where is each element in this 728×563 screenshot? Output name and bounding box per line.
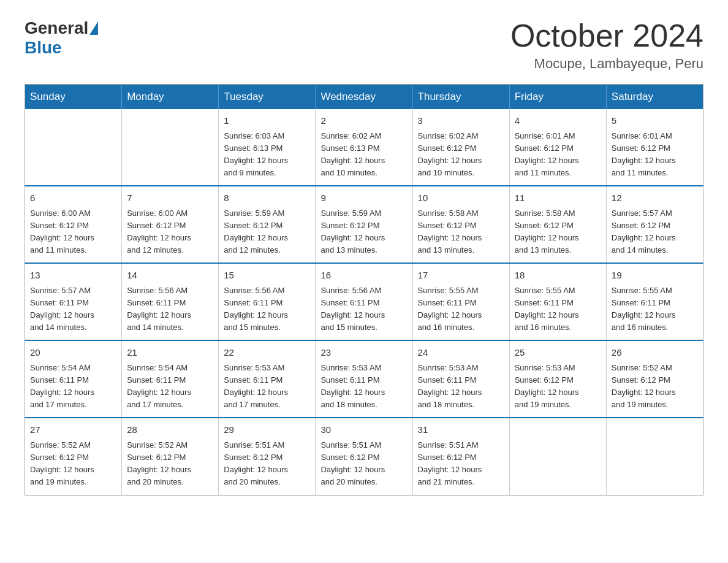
day-info: Sunrise: 5:51 AMSunset: 6:12 PMDaylight:…	[224, 439, 310, 489]
day-info: Sunrise: 5:53 AMSunset: 6:11 PMDaylight:…	[418, 362, 504, 412]
weekday-header-row: SundayMondayTuesdayWednesdayThursdayFrid…	[25, 85, 703, 110]
calendar-cell: 20Sunrise: 5:54 AMSunset: 6:11 PMDayligh…	[25, 340, 122, 418]
day-info: Sunrise: 5:58 AMSunset: 6:12 PMDaylight:…	[418, 207, 504, 257]
day-number: 20	[30, 346, 116, 360]
calendar-cell: 26Sunrise: 5:52 AMSunset: 6:12 PMDayligh…	[606, 340, 703, 418]
day-number: 8	[224, 191, 310, 205]
weekday-header-monday: Monday	[122, 85, 219, 110]
day-info: Sunrise: 6:01 AMSunset: 6:12 PMDaylight:…	[612, 130, 698, 180]
title-section: October 2024 Mocupe, Lambayeque, Peru	[510, 18, 703, 72]
day-info: Sunrise: 5:58 AMSunset: 6:12 PMDaylight:…	[515, 207, 601, 257]
calendar-cell: 24Sunrise: 5:53 AMSunset: 6:11 PMDayligh…	[412, 340, 509, 418]
day-info: Sunrise: 5:52 AMSunset: 6:12 PMDaylight:…	[127, 439, 213, 489]
day-number: 2	[320, 114, 407, 128]
calendar-cell: 19Sunrise: 5:55 AMSunset: 6:11 PMDayligh…	[606, 263, 703, 340]
day-number: 5	[612, 114, 698, 128]
day-number: 7	[127, 191, 213, 205]
calendar-cell	[606, 418, 703, 495]
calendar-week-row: 27Sunrise: 5:52 AMSunset: 6:12 PMDayligh…	[25, 418, 703, 495]
day-info: Sunrise: 5:54 AMSunset: 6:11 PMDaylight:…	[30, 362, 116, 412]
day-info: Sunrise: 5:55 AMSunset: 6:11 PMDaylight:…	[612, 285, 698, 334]
calendar-cell: 30Sunrise: 5:51 AMSunset: 6:12 PMDayligh…	[316, 418, 412, 495]
calendar-week-row: 13Sunrise: 5:57 AMSunset: 6:11 PMDayligh…	[25, 263, 703, 340]
calendar-cell: 14Sunrise: 5:56 AMSunset: 6:11 PMDayligh…	[122, 263, 219, 340]
calendar-cell: 12Sunrise: 5:57 AMSunset: 6:12 PMDayligh…	[606, 186, 703, 263]
page-title: October 2024	[510, 18, 703, 53]
calendar-cell: 10Sunrise: 5:58 AMSunset: 6:12 PMDayligh…	[412, 186, 509, 263]
day-info: Sunrise: 5:51 AMSunset: 6:12 PMDaylight:…	[418, 439, 504, 489]
day-info: Sunrise: 6:00 AMSunset: 6:12 PMDaylight:…	[127, 207, 213, 257]
calendar-header: SundayMondayTuesdayWednesdayThursdayFrid…	[25, 85, 703, 110]
calendar-cell: 23Sunrise: 5:53 AMSunset: 6:11 PMDayligh…	[316, 340, 412, 418]
day-number: 31	[418, 423, 504, 437]
day-info: Sunrise: 5:53 AMSunset: 6:11 PMDaylight:…	[224, 362, 310, 412]
day-number: 22	[224, 346, 310, 360]
day-number: 19	[612, 269, 698, 283]
calendar-cell: 16Sunrise: 5:56 AMSunset: 6:11 PMDayligh…	[316, 263, 412, 340]
day-info: Sunrise: 5:56 AMSunset: 6:11 PMDaylight:…	[224, 285, 310, 334]
weekday-header-wednesday: Wednesday	[316, 85, 412, 110]
day-info: Sunrise: 5:54 AMSunset: 6:11 PMDaylight:…	[127, 362, 213, 412]
day-number: 6	[30, 191, 116, 205]
day-number: 27	[30, 423, 116, 437]
calendar-cell: 27Sunrise: 5:52 AMSunset: 6:12 PMDayligh…	[25, 418, 122, 495]
day-info: Sunrise: 5:55 AMSunset: 6:11 PMDaylight:…	[515, 285, 601, 334]
day-info: Sunrise: 5:59 AMSunset: 6:12 PMDaylight:…	[320, 207, 407, 257]
calendar-cell: 3Sunrise: 6:02 AMSunset: 6:12 PMDaylight…	[412, 109, 509, 186]
day-info: Sunrise: 5:51 AMSunset: 6:12 PMDaylight:…	[320, 439, 407, 489]
calendar-cell: 13Sunrise: 5:57 AMSunset: 6:11 PMDayligh…	[25, 263, 122, 340]
day-info: Sunrise: 6:03 AMSunset: 6:13 PMDaylight:…	[224, 130, 310, 180]
day-info: Sunrise: 5:56 AMSunset: 6:11 PMDaylight:…	[320, 285, 407, 334]
logo-triangle-icon	[89, 21, 98, 35]
day-info: Sunrise: 5:57 AMSunset: 6:11 PMDaylight:…	[30, 285, 116, 334]
day-number: 18	[515, 269, 601, 283]
day-number: 11	[515, 191, 601, 205]
calendar-table: SundayMondayTuesdayWednesdayThursdayFrid…	[25, 84, 703, 495]
page-subtitle: Mocupe, Lambayeque, Peru	[510, 56, 703, 72]
calendar-cell: 5Sunrise: 6:01 AMSunset: 6:12 PMDaylight…	[606, 109, 703, 186]
day-number: 15	[224, 269, 310, 283]
day-info: Sunrise: 5:53 AMSunset: 6:11 PMDaylight:…	[320, 362, 407, 412]
logo-blue-text: Blue	[25, 38, 62, 58]
calendar-cell: 2Sunrise: 6:02 AMSunset: 6:13 PMDaylight…	[316, 109, 412, 186]
day-number: 10	[418, 191, 504, 205]
logo: General Blue	[25, 18, 98, 58]
calendar-cell: 28Sunrise: 5:52 AMSunset: 6:12 PMDayligh…	[122, 418, 219, 495]
day-number: 12	[612, 191, 698, 205]
weekday-header-saturday: Saturday	[606, 85, 703, 110]
day-number: 16	[320, 269, 407, 283]
calendar-cell: 4Sunrise: 6:01 AMSunset: 6:12 PMDaylight…	[509, 109, 606, 186]
day-info: Sunrise: 5:57 AMSunset: 6:12 PMDaylight:…	[612, 207, 698, 257]
weekday-header-tuesday: Tuesday	[219, 85, 316, 110]
day-number: 23	[320, 346, 407, 360]
day-number: 1	[224, 114, 310, 128]
calendar-cell: 21Sunrise: 5:54 AMSunset: 6:11 PMDayligh…	[122, 340, 219, 418]
calendar-week-row: 1Sunrise: 6:03 AMSunset: 6:13 PMDaylight…	[25, 109, 703, 186]
day-info: Sunrise: 5:52 AMSunset: 6:12 PMDaylight:…	[612, 362, 698, 412]
day-info: Sunrise: 5:56 AMSunset: 6:11 PMDaylight:…	[127, 285, 213, 334]
calendar-cell: 7Sunrise: 6:00 AMSunset: 6:12 PMDaylight…	[122, 186, 219, 263]
calendar-cell: 15Sunrise: 5:56 AMSunset: 6:11 PMDayligh…	[219, 263, 316, 340]
weekday-header-friday: Friday	[509, 85, 606, 110]
day-info: Sunrise: 5:53 AMSunset: 6:12 PMDaylight:…	[515, 362, 601, 412]
calendar-cell: 11Sunrise: 5:58 AMSunset: 6:12 PMDayligh…	[509, 186, 606, 263]
day-info: Sunrise: 5:55 AMSunset: 6:11 PMDaylight:…	[418, 285, 504, 334]
day-number: 17	[418, 269, 504, 283]
calendar-week-row: 6Sunrise: 6:00 AMSunset: 6:12 PMDaylight…	[25, 186, 703, 263]
day-number: 13	[30, 269, 116, 283]
day-number: 24	[418, 346, 504, 360]
day-info: Sunrise: 5:52 AMSunset: 6:12 PMDaylight:…	[30, 439, 116, 489]
weekday-header-thursday: Thursday	[412, 85, 509, 110]
calendar-cell: 31Sunrise: 5:51 AMSunset: 6:12 PMDayligh…	[412, 418, 509, 495]
calendar-body: 1Sunrise: 6:03 AMSunset: 6:13 PMDaylight…	[25, 109, 703, 495]
calendar-cell: 25Sunrise: 5:53 AMSunset: 6:12 PMDayligh…	[509, 340, 606, 418]
day-number: 4	[515, 114, 601, 128]
calendar-cell: 22Sunrise: 5:53 AMSunset: 6:11 PMDayligh…	[219, 340, 316, 418]
calendar-cell	[122, 109, 219, 186]
day-number: 29	[224, 423, 310, 437]
day-info: Sunrise: 6:01 AMSunset: 6:12 PMDaylight:…	[515, 130, 601, 180]
day-number: 3	[418, 114, 504, 128]
calendar-cell: 17Sunrise: 5:55 AMSunset: 6:11 PMDayligh…	[412, 263, 509, 340]
weekday-header-sunday: Sunday	[25, 85, 122, 110]
day-number: 30	[320, 423, 407, 437]
